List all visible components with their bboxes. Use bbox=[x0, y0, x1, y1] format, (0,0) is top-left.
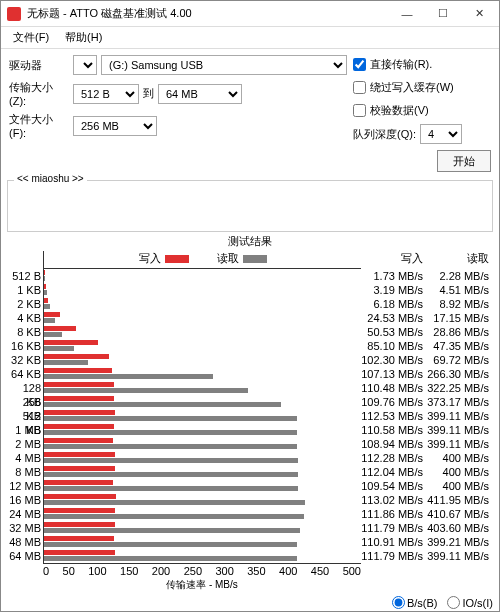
write-bar bbox=[44, 298, 48, 303]
read-value: 400 MB/s bbox=[427, 479, 489, 493]
maximize-button[interactable]: ☐ bbox=[425, 1, 461, 27]
write-value: 109.54 MB/s bbox=[361, 479, 423, 493]
verify-data-label: 校验数据(V) bbox=[370, 103, 429, 118]
read-bar bbox=[44, 500, 305, 505]
y-label: 48 MB bbox=[7, 535, 41, 549]
direct-transfer-label: 直接传输(R). bbox=[370, 57, 432, 72]
file-size-select[interactable]: 256 MB bbox=[73, 116, 157, 136]
write-value: 50.53 MB/s bbox=[361, 325, 423, 339]
bar-chart bbox=[43, 269, 361, 564]
y-label: 16 MB bbox=[7, 493, 41, 507]
x-tick: 400 bbox=[279, 565, 297, 577]
write-value: 1.73 MB/s bbox=[361, 269, 423, 283]
description-box[interactable]: << miaoshu >> bbox=[7, 180, 493, 232]
write-bar bbox=[44, 284, 46, 289]
queue-depth-select[interactable]: 4 bbox=[420, 124, 462, 144]
queue-depth-label: 队列深度(Q): bbox=[353, 127, 416, 142]
write-bar bbox=[44, 424, 114, 429]
read-bar bbox=[44, 318, 55, 323]
y-label: 1 KB bbox=[7, 283, 41, 297]
y-label: 32 KB bbox=[7, 353, 41, 367]
close-button[interactable]: ✕ bbox=[461, 1, 497, 27]
legend-write-swatch bbox=[165, 255, 189, 263]
write-bar bbox=[44, 396, 114, 401]
read-value: 410.67 MB/s bbox=[427, 507, 489, 521]
read-value: 400 MB/s bbox=[427, 465, 489, 479]
write-value: 110.58 MB/s bbox=[361, 423, 423, 437]
write-bar bbox=[44, 480, 113, 485]
read-value: 2.28 MB/s bbox=[427, 269, 489, 283]
minimize-button[interactable]: — bbox=[389, 1, 425, 27]
write-bar bbox=[44, 550, 115, 555]
read-value: 411.95 MB/s bbox=[427, 493, 489, 507]
verify-data-checkbox[interactable] bbox=[353, 104, 366, 117]
legend-read-label: 读取 bbox=[217, 251, 239, 266]
read-value: 28.86 MB/s bbox=[427, 325, 489, 339]
x-tick: 0 bbox=[43, 565, 49, 577]
results-title: 测试结果 bbox=[7, 234, 493, 249]
menu-help[interactable]: 帮助(H) bbox=[57, 28, 110, 47]
x-axis-label: 传输速率 - MB/s bbox=[43, 578, 361, 592]
write-value: 111.86 MB/s bbox=[361, 507, 423, 521]
x-tick: 350 bbox=[247, 565, 265, 577]
read-bar bbox=[44, 416, 297, 421]
legend-read-swatch bbox=[243, 255, 267, 263]
read-bar bbox=[44, 290, 47, 295]
col-write-header: 写入 bbox=[361, 251, 427, 269]
y-label: 16 KB bbox=[7, 339, 41, 353]
y-label: 128 KB bbox=[7, 381, 41, 395]
read-value: 69.72 MB/s bbox=[427, 353, 489, 367]
bypass-cache-checkbox[interactable] bbox=[353, 81, 366, 94]
window-title: 无标题 - ATTO 磁盘基准测试 4.00 bbox=[27, 6, 389, 21]
transfer-size-from[interactable]: 512 B bbox=[73, 84, 139, 104]
write-bar bbox=[44, 354, 109, 359]
read-bar bbox=[44, 374, 213, 379]
read-value: 399.11 MB/s bbox=[427, 549, 489, 563]
write-value: 112.28 MB/s bbox=[361, 451, 423, 465]
write-value: 111.79 MB/s bbox=[361, 521, 423, 535]
drive-label: 驱动器 bbox=[9, 58, 69, 73]
transfer-size-to[interactable]: 64 MB bbox=[158, 84, 242, 104]
write-bar bbox=[44, 438, 113, 443]
y-label: 512 B bbox=[7, 269, 41, 283]
x-tick: 50 bbox=[63, 565, 75, 577]
y-label: 8 MB bbox=[7, 465, 41, 479]
write-value: 112.04 MB/s bbox=[361, 465, 423, 479]
write-bar bbox=[44, 522, 115, 527]
y-label: 512 KB bbox=[7, 409, 41, 423]
write-bar bbox=[44, 494, 116, 499]
y-label: 12 MB bbox=[7, 479, 41, 493]
read-value: 373.17 MB/s bbox=[427, 395, 489, 409]
read-bar bbox=[44, 304, 50, 309]
write-value: 108.94 MB/s bbox=[361, 437, 423, 451]
x-tick: 450 bbox=[311, 565, 329, 577]
units-bs-label: B/s(B) bbox=[407, 597, 438, 609]
write-value: 112.53 MB/s bbox=[361, 409, 423, 423]
units-bs-radio[interactable] bbox=[392, 596, 405, 609]
read-bar bbox=[44, 444, 297, 449]
direct-transfer-checkbox[interactable] bbox=[353, 58, 366, 71]
read-bar bbox=[44, 514, 304, 519]
read-bar bbox=[44, 402, 281, 407]
drive-select-2[interactable]: (G:) Samsung USB bbox=[101, 55, 347, 75]
write-value: 24.53 MB/s bbox=[361, 311, 423, 325]
x-tick: 250 bbox=[184, 565, 202, 577]
y-label: 24 MB bbox=[7, 507, 41, 521]
units-ios-radio[interactable] bbox=[447, 596, 460, 609]
read-value: 399.21 MB/s bbox=[427, 535, 489, 549]
read-bar bbox=[44, 332, 62, 337]
write-bar bbox=[44, 270, 45, 275]
write-bar bbox=[44, 466, 115, 471]
menu-file[interactable]: 文件(F) bbox=[5, 28, 57, 47]
write-value: 109.76 MB/s bbox=[361, 395, 423, 409]
file-size-label: 文件大小(F): bbox=[9, 112, 69, 139]
drive-select-1[interactable]: ... bbox=[73, 55, 97, 75]
bypass-cache-label: 绕过写入缓存(W) bbox=[370, 80, 454, 95]
read-bar bbox=[44, 486, 298, 491]
write-bar bbox=[44, 410, 115, 415]
to-label: 到 bbox=[143, 86, 154, 101]
write-value: 6.18 MB/s bbox=[361, 297, 423, 311]
start-button[interactable]: 开始 bbox=[437, 150, 491, 172]
read-bar bbox=[44, 472, 298, 477]
read-bar bbox=[44, 276, 45, 281]
